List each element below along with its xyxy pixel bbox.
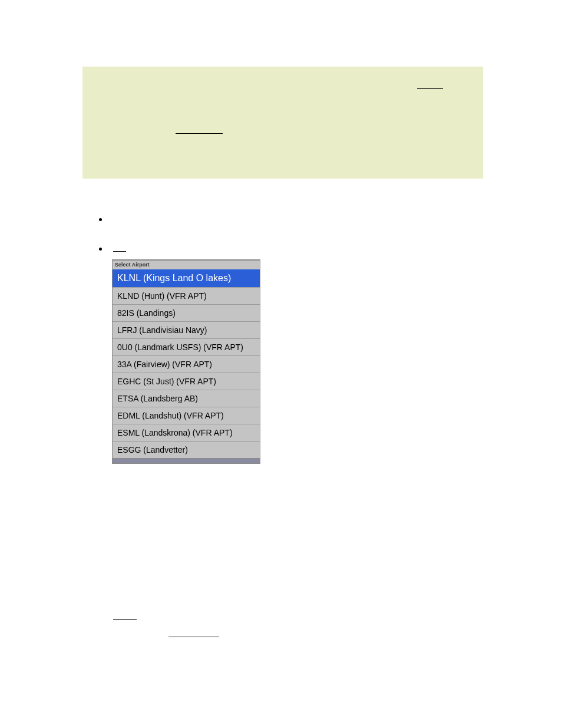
- airport-list-item[interactable]: KLND (Hunt) (VFR APT): [113, 288, 260, 305]
- airport-list-item[interactable]: KLNL (Kings Land O lakes): [113, 269, 260, 288]
- airport-list-item-label: 82IS (Landings): [117, 308, 176, 318]
- underline: [113, 251, 126, 252]
- panel-title: Select Airport: [113, 261, 260, 269]
- airport-list-item-label: 0U0 (Landmark USFS) (VFR APT): [117, 342, 243, 352]
- airport-list-item-label: EGHC (St Just) (VFR APT): [117, 377, 216, 386]
- airport-list-item-label: ESGG (Landvetter): [117, 445, 188, 454]
- airport-list-item[interactable]: 33A (Fairview) (VFR APT): [113, 356, 260, 373]
- airport-list-item[interactable]: 82IS (Landings): [113, 305, 260, 322]
- airport-list-item-label: ETSA (Landsberg AB): [117, 394, 198, 403]
- underline: [113, 619, 137, 620]
- airport-list-item-label: ESML (Landskrona) (VFR APT): [117, 428, 233, 437]
- underline: [417, 88, 443, 89]
- airport-list-item-label: KLND (Hunt) (VFR APT): [117, 291, 207, 301]
- airport-list-item-label: 33A (Fairview) (VFR APT): [117, 360, 212, 369]
- airport-list-item-label: LFRJ (Landivisiau Navy): [117, 325, 207, 335]
- airport-list-item-label: KLNL (Kings Land O lakes): [117, 273, 231, 283]
- airport-list-item[interactable]: ESGG (Landvetter): [113, 442, 260, 458]
- airport-list-item[interactable]: EDML (Landshut) (VFR APT): [113, 407, 260, 424]
- airport-list-item[interactable]: ESML (Landskrona) (VFR APT): [113, 424, 260, 442]
- select-airport-panel: Select Airport KLNL (Kings Land O lakes)…: [112, 259, 260, 464]
- underline: [176, 133, 223, 134]
- airport-list-item[interactable]: EGHC (St Just) (VFR APT): [113, 373, 260, 390]
- underline: [168, 637, 219, 637]
- bullet: [99, 248, 102, 251]
- airport-list-item[interactable]: LFRJ (Landivisiau Navy): [113, 322, 260, 339]
- highlight-box: [82, 67, 483, 179]
- airport-list-item[interactable]: 0U0 (Landmark USFS) (VFR APT): [113, 339, 260, 356]
- panel-footer: [113, 458, 260, 463]
- airport-list-item[interactable]: ETSA (Landsberg AB): [113, 390, 260, 407]
- airport-list-item-label: EDML (Landshut) (VFR APT): [117, 411, 224, 420]
- bullet: [99, 218, 102, 221]
